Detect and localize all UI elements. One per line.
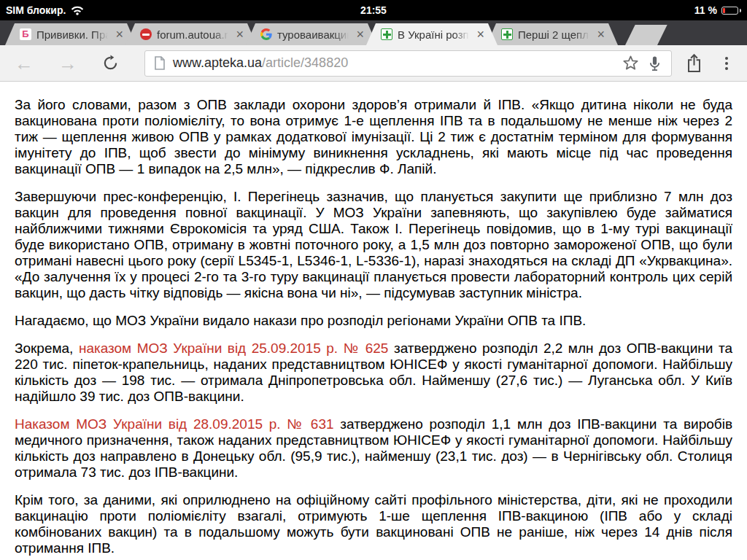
paragraph: Завершуючи прес-конференцію, І. Перегіне… bbox=[15, 189, 732, 301]
article-link[interactable]: Наказом МОЗ України від 28.09.2015 р. № … bbox=[15, 416, 334, 432]
tab-title: Прививки. Практ bbox=[36, 28, 109, 41]
url-bar[interactable]: www.apteka.ua/article/348820 bbox=[144, 50, 672, 77]
paragraph: Нагадаємо, що МОЗ України видало накази … bbox=[15, 313, 732, 329]
tab-close-icon[interactable]: × bbox=[235, 28, 244, 41]
article-text: Нагадаємо, що МОЗ України видало накази … bbox=[15, 313, 586, 328]
reload-icon bbox=[102, 55, 119, 71]
page-icon bbox=[154, 56, 166, 70]
browser-tab[interactable]: forum.autoua.net/× bbox=[125, 23, 257, 45]
browser-tab[interactable]: туроваивакцина× bbox=[246, 23, 377, 45]
status-bar: SIM блокир. 21:55 11 % bbox=[0, 0, 747, 20]
voice-search-button[interactable] bbox=[647, 55, 662, 72]
tab-strip: БПрививки. Практ×forum.autoua.net/×туров… bbox=[0, 20, 747, 45]
paragraph: За його словами, разом з ОПВ заклади охо… bbox=[15, 97, 732, 177]
stop-sign-favicon-icon bbox=[140, 28, 152, 40]
paragraph: Наказом МОЗ України від 28.09.2015 р. № … bbox=[15, 416, 732, 481]
browser-tab[interactable]: БПрививки. Практ× bbox=[5, 23, 136, 45]
article-text: Завершуючи прес-конференцію, І. Перегіне… bbox=[15, 189, 732, 300]
b-letter-favicon-icon: Б bbox=[20, 28, 31, 40]
google-g-favicon-icon bbox=[260, 28, 272, 40]
url-text: www.apteka.ua/article/348820 bbox=[173, 55, 348, 71]
tab-title: В Україні розпоч bbox=[398, 28, 471, 41]
wifi-icon bbox=[71, 6, 84, 15]
tab-title: forum.autoua.net/ bbox=[157, 28, 230, 41]
paragraph: Крім того, за даними, які оприлюднено на… bbox=[15, 492, 732, 556]
article-link[interactable]: наказом МОЗ України від 25.09.2015 р. № … bbox=[79, 341, 389, 356]
tabs-container: БПрививки. Практ×forum.autoua.net/×туров… bbox=[5, 23, 618, 45]
forward-button[interactable]: → bbox=[58, 54, 77, 73]
tab-title: туроваивакцина bbox=[277, 28, 350, 41]
battery-percent: 11 % bbox=[694, 4, 717, 16]
battery-icon bbox=[721, 7, 738, 15]
battery-nub bbox=[740, 9, 741, 12]
share-button[interactable] bbox=[685, 53, 703, 73]
new-tab-button[interactable] bbox=[625, 25, 667, 45]
tab-close-icon[interactable]: × bbox=[115, 28, 124, 41]
tab-close-icon[interactable]: × bbox=[596, 28, 605, 41]
tablet-screen: SIM блокир. 21:55 11 % БПрививки. Практ×… bbox=[0, 0, 747, 560]
green-cross-favicon-icon bbox=[501, 28, 513, 40]
article-text: Зокрема, bbox=[15, 341, 79, 356]
reload-button[interactable] bbox=[102, 55, 120, 72]
url-host: www.apteka.ua bbox=[173, 55, 262, 70]
article-text: За його словами, разом з ОПВ заклади охо… bbox=[15, 97, 732, 176]
browser-tab[interactable]: В Україні розпоч× bbox=[366, 23, 498, 45]
share-icon bbox=[685, 53, 703, 73]
tab-title: Перші 2 щепленн bbox=[518, 28, 591, 41]
url-path: /article/348820 bbox=[262, 55, 348, 70]
back-button[interactable]: ← bbox=[15, 54, 34, 73]
article-text: Крім того, за даними, які оприлюднено на… bbox=[15, 492, 732, 556]
tab-close-icon[interactable]: × bbox=[476, 28, 485, 41]
bookmark-button[interactable] bbox=[622, 54, 640, 72]
green-cross-favicon-icon bbox=[381, 28, 392, 40]
browser-toolbar: ← → www.apteka.ua/article/348820 bbox=[0, 45, 747, 82]
browser-tab[interactable]: Перші 2 щепленн× bbox=[487, 23, 618, 45]
menu-button[interactable] bbox=[721, 55, 732, 71]
tab-close-icon[interactable]: × bbox=[355, 28, 365, 41]
carrier-label: SIM блокир. bbox=[6, 4, 66, 16]
star-icon bbox=[622, 54, 640, 72]
microphone-icon bbox=[647, 55, 662, 72]
paragraph: Зокрема, наказом МОЗ України від 25.09.2… bbox=[15, 341, 732, 405]
article-body: За його словами, разом з ОПВ заклади охо… bbox=[0, 82, 747, 560]
clock: 21:55 bbox=[360, 0, 387, 20]
